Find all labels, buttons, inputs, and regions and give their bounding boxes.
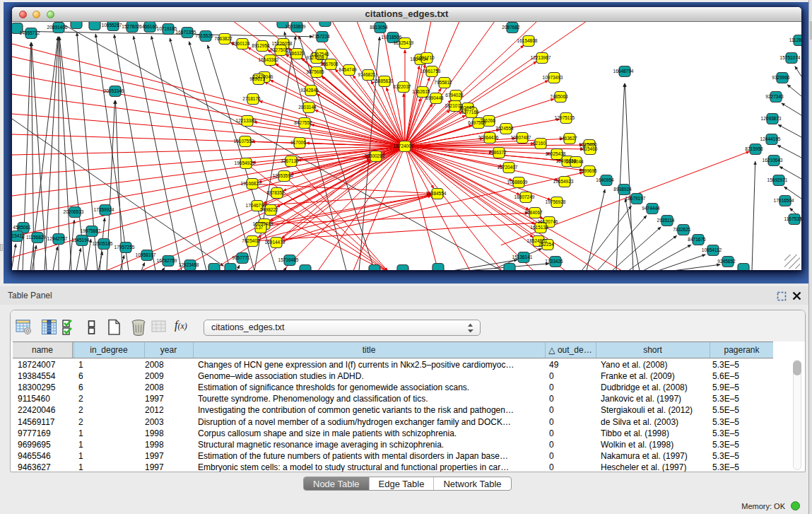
svg-text:8186323: 8186323 <box>286 51 305 56</box>
svg-text:917006: 917006 <box>290 140 306 145</box>
svg-text:2803144: 2803144 <box>298 105 317 110</box>
svg-text:1362615: 1362615 <box>412 89 430 94</box>
svg-text:10973493: 10973493 <box>543 75 563 80</box>
svg-text:19654925: 19654925 <box>235 160 255 165</box>
svg-text:7955812: 7955812 <box>434 80 452 85</box>
svg-text:18679197: 18679197 <box>625 196 646 201</box>
svg-text:8215958: 8215958 <box>745 146 763 151</box>
svg-text:2087682: 2087682 <box>502 25 520 30</box>
svg-text:15136141: 15136141 <box>512 255 533 259</box>
svg-text:8471676: 8471676 <box>688 237 706 242</box>
svg-text:1091710: 1091710 <box>416 55 435 60</box>
svg-text:9227343: 9227343 <box>765 94 784 99</box>
svg-text:6794028: 6794028 <box>445 93 464 98</box>
svg-text:16154808: 16154808 <box>517 38 538 43</box>
svg-text:15226058: 15226058 <box>272 41 293 46</box>
svg-text:15716485: 15716485 <box>278 257 299 262</box>
svg-text:9657771: 9657771 <box>232 255 250 260</box>
svg-text:16914479: 16914479 <box>265 240 286 245</box>
svg-text:8990448: 8990448 <box>425 95 444 100</box>
svg-text:8960124: 8960124 <box>232 41 250 46</box>
svg-text:10719185: 10719185 <box>157 26 177 31</box>
svg-text:252254: 252254 <box>539 242 554 247</box>
svg-text:1112804: 1112804 <box>789 37 801 42</box>
svg-text:19166827: 19166827 <box>241 181 261 186</box>
svg-text:10025438: 10025438 <box>546 151 566 156</box>
svg-text:8427552: 8427552 <box>294 120 312 125</box>
svg-text:16671355: 16671355 <box>176 30 196 35</box>
svg-text:1733426: 1733426 <box>545 259 563 264</box>
svg-text:17957255: 17957255 <box>114 245 135 250</box>
svg-text:746266: 746266 <box>480 118 495 123</box>
svg-text:12213967: 12213967 <box>531 55 551 60</box>
svg-text:18724007: 18724007 <box>394 144 414 148</box>
svg-text:20891406: 20891406 <box>47 25 68 30</box>
svg-text:15885820: 15885820 <box>373 78 394 83</box>
svg-text:3267130: 3267130 <box>281 158 299 163</box>
svg-text:1615132: 1615132 <box>530 225 548 230</box>
svg-text:16543382: 16543382 <box>259 57 279 62</box>
svg-text:2867608: 2867608 <box>320 62 339 66</box>
svg-text:18807249: 18807249 <box>514 194 535 199</box>
svg-text:12505185: 12505185 <box>93 241 113 246</box>
svg-text:10961758: 10961758 <box>420 69 441 74</box>
svg-text:8454749: 8454749 <box>339 67 357 72</box>
svg-text:62160: 62160 <box>533 141 546 146</box>
svg-text:20206533: 20206533 <box>64 209 84 214</box>
svg-text:9146821: 9146821 <box>358 72 376 77</box>
svg-text:17359924: 17359924 <box>94 207 114 212</box>
svg-text:6466160: 6466160 <box>139 24 158 29</box>
svg-text:16648794: 16648794 <box>613 69 634 74</box>
svg-text:15751074: 15751074 <box>780 55 801 60</box>
svg-text:19756928: 19756928 <box>546 199 566 204</box>
svg-text:11156829: 11156829 <box>26 235 46 240</box>
svg-text:25300283: 25300283 <box>365 153 385 158</box>
svg-text:12444195: 12444195 <box>760 136 781 141</box>
svg-text:8938924: 8938924 <box>613 187 632 192</box>
svg-text:10688609: 10688609 <box>507 180 528 185</box>
svg-text:15720407: 15720407 <box>498 165 518 170</box>
svg-text:8878352: 8878352 <box>266 190 285 195</box>
svg-text:7625402: 7625402 <box>242 238 260 243</box>
svg-text:2718176: 2718176 <box>242 96 261 101</box>
svg-text:12093873: 12093873 <box>761 116 782 121</box>
svg-text:11325419: 11325419 <box>394 40 414 45</box>
svg-text:5498222: 5498222 <box>260 207 278 212</box>
svg-text:12353594: 12353594 <box>273 173 293 178</box>
svg-text:14055712: 14055712 <box>20 30 40 35</box>
svg-text:7357224: 7357224 <box>312 34 330 39</box>
svg-text:19384554: 19384554 <box>426 191 447 196</box>
svg-text:1640954: 1640954 <box>596 177 614 182</box>
svg-text:137: 137 <box>256 225 264 230</box>
svg-text:8912954: 8912954 <box>252 43 270 48</box>
svg-text:9474444: 9474444 <box>642 206 660 211</box>
svg-text:1527602: 1527602 <box>122 24 140 29</box>
svg-text:9242845: 9242845 <box>300 88 319 93</box>
svg-text:9899695: 9899695 <box>579 168 597 173</box>
svg-text:1145194: 1145194 <box>72 238 90 243</box>
svg-text:15692971: 15692971 <box>767 177 788 182</box>
svg-text:9327503: 9327503 <box>270 47 288 52</box>
svg-text:9245652: 9245652 <box>717 259 736 264</box>
svg-text:1167533: 1167533 <box>784 216 801 221</box>
svg-text:2935114: 2935114 <box>657 218 675 223</box>
svg-text:7986372: 7986372 <box>488 150 507 155</box>
svg-text:20053346: 20053346 <box>104 88 124 93</box>
svg-text:16033809: 16033809 <box>286 24 306 29</box>
svg-text:989613: 989613 <box>249 76 265 81</box>
svg-text:9084067: 9084067 <box>524 210 543 215</box>
svg-text:9329966: 9329966 <box>772 75 790 80</box>
svg-text:20364436: 20364436 <box>478 135 499 140</box>
svg-text:10807487: 10807487 <box>511 135 531 140</box>
svg-text:9463627: 9463627 <box>559 136 577 141</box>
svg-text:1649044: 1649044 <box>565 159 584 164</box>
svg-text:7663822: 7663822 <box>214 36 233 41</box>
svg-text:3624554: 3624554 <box>495 126 514 131</box>
svg-text:12942757: 12942757 <box>47 236 68 241</box>
svg-text:10958107: 10958107 <box>136 252 156 257</box>
svg-text:19218506: 19218506 <box>382 35 402 40</box>
svg-text:16120746: 16120746 <box>538 219 558 224</box>
svg-text:12923468: 12923468 <box>179 262 199 267</box>
svg-text:12975115: 12975115 <box>555 115 575 120</box>
svg-text:16210643: 16210643 <box>763 158 783 163</box>
